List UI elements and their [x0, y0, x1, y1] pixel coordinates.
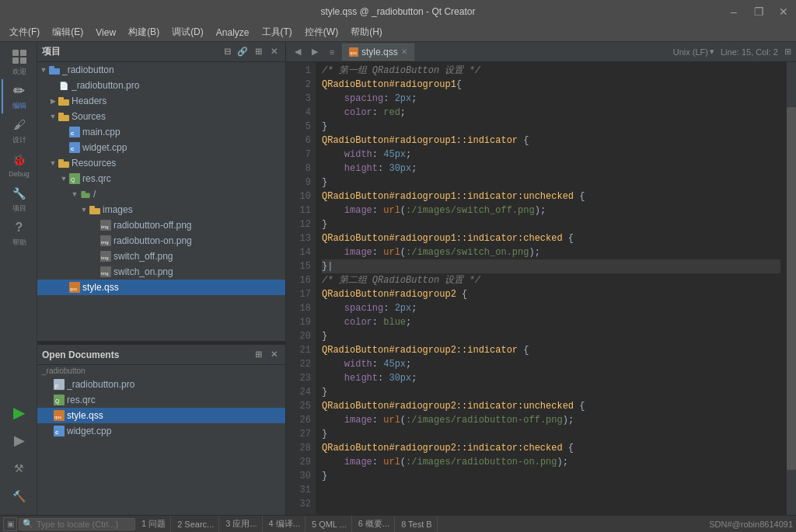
- png-file-icon: img: [100, 250, 112, 263]
- sidebar-label-debug: Debug: [9, 170, 30, 178]
- open-doc-radiobutton-pro[interactable]: p _radiobutton.pro: [37, 377, 285, 392]
- minimize-button[interactable]: –: [721, 0, 746, 23]
- menu-tools[interactable]: 工具(T): [256, 24, 298, 40]
- encoding-info[interactable]: Unix (LF) ▾: [673, 47, 714, 57]
- split-icon[interactable]: ⊞: [251, 45, 265, 59]
- qss-icon: qss: [53, 409, 65, 422]
- build-button[interactable]: ⚒: [2, 456, 36, 481]
- tree-item-sources[interactable]: ▼ Sources: [37, 109, 285, 124]
- status-panel-icon[interactable]: ▣: [3, 517, 17, 531]
- status-search-container[interactable]: 🔍: [19, 518, 135, 530]
- tree-arrow: [59, 283, 68, 292]
- tree-label: Headers: [72, 96, 106, 106]
- tree-item-rb-on-png[interactable]: img radiobutton-on.png: [37, 233, 285, 249]
- tree-item-switch-on-png[interactable]: img switch_on.png: [37, 264, 285, 280]
- tree-item-res-qrc[interactable]: ▼ Q res.qrc: [37, 171, 285, 186]
- tree-item-style-qss[interactable]: qss style.qss: [37, 280, 285, 295]
- open-doc-widget-cpp[interactable]: c widget.cpp: [37, 423, 285, 439]
- menu-edit[interactable]: 编辑(E): [46, 24, 89, 40]
- debug-icon: 🐞: [11, 151, 28, 169]
- qss-file-icon: qss: [68, 281, 81, 294]
- tab-label: style.qss: [361, 47, 398, 57]
- forward-button[interactable]: ▶: [308, 45, 322, 59]
- maximize-button[interactable]: ❐: [746, 0, 771, 23]
- status-problems[interactable]: 1 问题: [137, 516, 171, 532]
- qrc-file-icon: Q: [68, 172, 81, 185]
- close-button[interactable]: ✕: [771, 0, 796, 23]
- sidebar-icons: 欢迎 ✏ 编辑 🖌 设计 🐞 Debug 🔧 项目 ? 帮助 ▶ ▶ ⚒ 🔨: [0, 42, 37, 515]
- folder-root-icon: [48, 64, 61, 76]
- open-doc-style-qss[interactable]: qss style.qss: [37, 408, 285, 423]
- welcome-icon: [11, 48, 28, 65]
- tree-item-resources[interactable]: ▼ Resources: [37, 155, 285, 171]
- menu-view[interactable]: View: [89, 26, 122, 40]
- status-apply[interactable]: 3 应用...: [221, 516, 262, 532]
- menu-widgets[interactable]: 控件(W): [298, 24, 344, 40]
- tree-label: widget.cpp: [67, 426, 111, 436]
- split-docs-icon[interactable]: ⊞: [251, 348, 265, 362]
- expand-icon[interactable]: ⊞: [784, 47, 791, 57]
- link-icon[interactable]: 🔗: [236, 45, 250, 59]
- svg-text:Q: Q: [71, 177, 75, 183]
- menu-analyze[interactable]: Analyze: [210, 26, 256, 40]
- tree-arrow: ▶: [48, 96, 58, 106]
- filter-icon[interactable]: ⊟: [220, 45, 234, 59]
- sidebar-item-project[interactable]: 🔧 项目: [2, 182, 36, 216]
- tree-arrow: [90, 252, 100, 261]
- tree-item-main-cpp[interactable]: c main.cpp: [37, 124, 285, 140]
- line-col-info[interactable]: Line: 15, Col: 2: [721, 47, 778, 57]
- status-qml[interactable]: 5 QML ...: [307, 516, 352, 532]
- menu-help[interactable]: 帮助(H): [344, 24, 389, 40]
- menu-file[interactable]: 文件(F): [3, 24, 46, 40]
- sidebar-label-design: 设计: [12, 135, 26, 145]
- status-summary[interactable]: 6 概要...: [354, 516, 395, 532]
- tree-label: radiobutton-on.png: [113, 235, 192, 246]
- sidebar-item-design[interactable]: 🖌 设计: [2, 113, 36, 148]
- menu-debug[interactable]: 调试(D): [166, 24, 210, 40]
- search-icon: 🔍: [23, 519, 33, 529]
- folder-resources-icon: [58, 157, 70, 169]
- code-content[interactable]: /* 第一组 QRadioButton 设置 */QRadioButton#ra…: [316, 62, 787, 515]
- tree-item-pro[interactable]: 📄 _radiobutton.pro: [37, 78, 285, 93]
- tree-label: Sources: [72, 111, 106, 122]
- sidebar-label-help: 帮助: [12, 238, 26, 248]
- sidebar-item-help[interactable]: ? 帮助: [2, 216, 36, 250]
- tree-item-switch-off-png[interactable]: img switch_off.png: [37, 249, 285, 264]
- close-panel-icon[interactable]: ✕: [267, 45, 281, 59]
- tree-label: _radiobutton.pro: [67, 379, 134, 390]
- png-file-icon: img: [100, 266, 112, 278]
- run-button[interactable]: ▶: [2, 400, 36, 425]
- tree-item-rb-off-png[interactable]: img radiobutton-off.png: [37, 217, 285, 233]
- pro-icon: p: [53, 378, 65, 391]
- search-input[interactable]: [37, 520, 130, 529]
- scrollbar-thumb[interactable]: [787, 107, 796, 469]
- back-button[interactable]: ◀: [291, 45, 305, 59]
- tree-item-root[interactable]: ▼ _radiobutton: [37, 62, 285, 78]
- tree-arrow: [59, 143, 68, 152]
- close-docs-icon[interactable]: ✕: [267, 348, 281, 362]
- status-test[interactable]: 8 Test B: [396, 516, 438, 532]
- hammer-button[interactable]: 🔨: [2, 484, 36, 509]
- status-right-text: SDN#@robin8614091: [709, 520, 793, 529]
- sidebar-item-debug[interactable]: 🐞 Debug: [2, 148, 36, 182]
- menu-build[interactable]: 构建(B): [122, 24, 166, 40]
- open-docs-title: Open Documents: [42, 349, 251, 360]
- tree-item-widget-cpp[interactable]: c widget.cpp: [37, 140, 285, 155]
- nav-button[interactable]: ≡: [325, 45, 339, 59]
- tree-item-slash[interactable]: ▼ /: [37, 186, 285, 202]
- tree-item-images[interactable]: ▼ images: [37, 202, 285, 217]
- editor-tab-style-qss[interactable]: qss style.qss ✕: [342, 43, 414, 61]
- sidebar-item-edit[interactable]: ✏ 编辑: [2, 79, 36, 113]
- status-compile[interactable]: 4 编译...: [264, 516, 305, 532]
- titlebar-title: style.qss @ _radiobutton - Qt Creator: [321, 6, 476, 17]
- debug-run-button[interactable]: ▶: [2, 428, 36, 453]
- tree-item-headers[interactable]: ▶ Headers: [37, 93, 285, 109]
- status-search[interactable]: 2 Searc...: [173, 516, 219, 532]
- svg-text:p: p: [55, 383, 58, 389]
- open-doc-res-qrc[interactable]: Q res.qrc: [37, 392, 285, 408]
- tab-close-button[interactable]: ✕: [401, 47, 407, 56]
- tree-arrow: ▼: [39, 65, 48, 75]
- svg-text:qss: qss: [350, 50, 357, 55]
- sidebar-item-welcome[interactable]: 欢迎: [2, 45, 36, 79]
- scrollbar-track[interactable]: [787, 62, 796, 515]
